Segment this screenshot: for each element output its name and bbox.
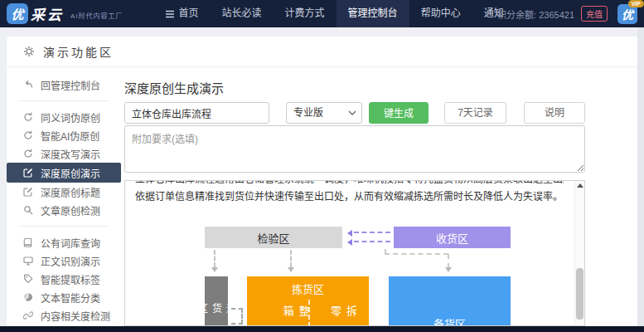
history-button[interactable]: 7天记录 bbox=[444, 102, 506, 124]
sidebar-item-label: 文章原创检测 bbox=[41, 203, 100, 217]
sidebar-item-label: 深度原创标题 bbox=[41, 185, 100, 199]
dashed-connector bbox=[448, 254, 449, 268]
tag-icon bbox=[23, 274, 33, 284]
nav-item-admin-console[interactable]: 管理控制台 bbox=[337, 0, 409, 27]
nav-right-cluster: 积分余额: 2365421 充值 优 VIP bbox=[497, 0, 637, 27]
picking-split-label: 拆零 bbox=[327, 305, 359, 326]
sidebar-item-label: 同义词伪原创 bbox=[41, 110, 100, 124]
nav-item-label: 计费方式 bbox=[285, 0, 325, 27]
down-arrow-icon bbox=[288, 267, 294, 272]
sidebar-item-ai-rewrite[interactable]: 智能AI伪原创 bbox=[7, 126, 121, 144]
stock-zone-label: 备货区 bbox=[389, 315, 511, 326]
sidebar-item-label: 公有词库查询 bbox=[41, 236, 100, 250]
requirements-textarea[interactable] bbox=[124, 125, 585, 173]
recharge-button[interactable]: 充值 bbox=[581, 6, 608, 22]
dashed-connector bbox=[385, 253, 448, 255]
content-card: 演示功能区 回管理控制台 同义词伪原创 智能AI伪原创 深度改写演示 深度原创演… bbox=[7, 37, 637, 326]
diagram-receiving-zone: 收货区 bbox=[394, 227, 511, 248]
refresh-icon bbox=[23, 149, 33, 159]
nav-item-label: 管理控制台 bbox=[348, 0, 398, 27]
footer-bar bbox=[0, 326, 644, 332]
nav-menu: 首页 站长必读 计费方式 管理控制台 帮助中心 通知 bbox=[153, 0, 516, 27]
sidebar-item-label: 回管理控制台 bbox=[41, 78, 100, 92]
diagram-inspection-zone: 检验区 bbox=[205, 227, 342, 248]
logo-text: 采云 bbox=[31, 3, 64, 24]
output-scrollbar[interactable] bbox=[574, 181, 584, 325]
refresh-icon bbox=[23, 112, 33, 122]
edit-icon bbox=[23, 187, 33, 197]
version-select-wrap: 专业版 bbox=[286, 102, 362, 124]
panel-header: 演示功能区 bbox=[7, 37, 637, 67]
page-scrollbar[interactable] bbox=[637, 27, 644, 326]
nav-item-home[interactable]: 首页 bbox=[153, 0, 211, 27]
output-line: 依据订单信息精准找到货位并快速传输至出口处，从而有效缩减拣选所需时长及降低人为失… bbox=[135, 190, 564, 204]
logo[interactable]: 优 采云 AI时代内容工厂 bbox=[7, 3, 123, 24]
pie-chart-icon bbox=[23, 292, 33, 302]
back-arrow-icon bbox=[23, 80, 33, 90]
nav-item-webmaster-guide[interactable]: 站长必读 bbox=[211, 0, 274, 27]
link-icon bbox=[23, 310, 33, 320]
nav-item-label: 站长必读 bbox=[222, 0, 262, 27]
top-navbar: 优 采云 AI时代内容工厂 首页 站长必读 计费方式 管理控制台 帮助中心 通知… bbox=[0, 0, 644, 27]
left-dashed-arrow bbox=[347, 239, 390, 246]
help-button[interactable]: 说明 bbox=[524, 102, 585, 124]
main-content: 深度原创生成演示 专业版 键生成 7天记录 说明 立体仓库出库流程通常由仓储管理… bbox=[124, 67, 585, 326]
keyword-input[interactable] bbox=[124, 102, 269, 124]
down-dashed-line bbox=[214, 250, 215, 267]
points-balance: 积分余额: 2365421 bbox=[497, 7, 574, 21]
sidebar-item-tag-extraction[interactable]: 智能提取标签 bbox=[7, 270, 121, 288]
sidebar-divider bbox=[18, 100, 109, 101]
sidebar-item-label: 正文识别演示 bbox=[41, 254, 100, 268]
output-text: 立体仓库出库流程通常由仓储管理系统统一调度，堆垛机按指令将托盘货物从高层货架取出… bbox=[125, 181, 574, 204]
logo-icon: 优 bbox=[7, 3, 28, 24]
logo-tagline: AI时代内容工厂 bbox=[70, 11, 123, 20]
search-icon bbox=[23, 205, 33, 215]
sidebar: 回管理控制台 同义词伪原创 智能AI伪原创 深度改写演示 深度原创演示 深度原创… bbox=[7, 67, 121, 326]
book-icon bbox=[23, 237, 33, 247]
sidebar-item-deep-original-title[interactable]: 深度原创标题 bbox=[7, 183, 121, 201]
monitor-icon bbox=[23, 256, 33, 266]
dashed-connector bbox=[231, 308, 243, 325]
diagram-picking-zone: 拣货区 整箱 拆零 bbox=[247, 276, 369, 326]
panel-title: 演示功能区 bbox=[43, 43, 114, 60]
sidebar-divider bbox=[18, 226, 109, 227]
down-dashed-line bbox=[290, 250, 292, 267]
version-select[interactable]: 专业版 bbox=[286, 102, 362, 124]
sidebar-item-deep-rewrite-demo[interactable]: 深度改写演示 bbox=[7, 144, 121, 163]
diagram-stock-zone: 备货区 bbox=[389, 276, 511, 326]
gear-icon bbox=[23, 46, 35, 57]
sidebar-item-back-to-console[interactable]: 回管理控制台 bbox=[7, 76, 121, 94]
nav-item-help-center[interactable]: 帮助中心 bbox=[409, 0, 472, 27]
output-line-clipped: 立体仓库出库流程通常由仓储管理系统统一调度，堆垛机按指令将托盘货物从高层货架取出… bbox=[135, 181, 564, 188]
sidebar-item-label: 内容相关度检测 bbox=[41, 309, 110, 323]
diagram-return-zone: 退货区 bbox=[205, 276, 228, 326]
page-title: 深度原创生成演示 bbox=[124, 79, 224, 96]
picking-full-case-label: 整箱 bbox=[280, 305, 312, 326]
sidebar-item-originality-check[interactable]: 文章原创检测 bbox=[7, 201, 121, 219]
menu-icon bbox=[165, 9, 175, 19]
nav-item-label: 首页 bbox=[179, 0, 199, 27]
nav-item-pricing[interactable]: 计费方式 bbox=[274, 0, 337, 27]
scroll-up-arrow-icon[interactable] bbox=[577, 183, 583, 188]
sidebar-item-label: 智能提取标签 bbox=[41, 272, 100, 286]
picking-zone-label: 拣货区 bbox=[247, 281, 369, 296]
sidebar-item-deep-original-demo[interactable]: 深度原创演示 bbox=[7, 163, 121, 183]
generate-button[interactable]: 键生成 bbox=[369, 102, 429, 124]
sidebar-item-synonym-rewrite[interactable]: 同义词伪原创 bbox=[7, 108, 121, 126]
sidebar-item-label: 智能AI伪原创 bbox=[41, 129, 99, 143]
generated-output-box: 立体仓库出库流程通常由仓储管理系统统一调度，堆垛机按指令将托盘货物从高层货架取出… bbox=[124, 180, 585, 326]
avatar-wrap: 优 VIP bbox=[617, 4, 637, 24]
refresh-icon bbox=[23, 130, 33, 140]
sidebar-item-body-recognition[interactable]: 正文识别演示 bbox=[7, 251, 121, 270]
down-arrow-icon bbox=[445, 267, 452, 272]
scrollbar-thumb[interactable] bbox=[576, 268, 583, 320]
sidebar-item-text-classification[interactable]: 文本智能分类 bbox=[7, 288, 121, 306]
sidebar-item-public-lexicon[interactable]: 公有词库查询 bbox=[7, 233, 121, 251]
nav-item-label: 帮助中心 bbox=[421, 0, 461, 27]
sidebar-item-label: 文本智能分类 bbox=[41, 290, 100, 305]
edit-icon bbox=[23, 168, 33, 178]
vip-badge: VIP bbox=[628, 0, 644, 7]
sidebar-item-label: 深度原创演示 bbox=[41, 166, 100, 180]
sidebar-item-relevance-check[interactable]: 内容相关度检测 bbox=[7, 306, 121, 325]
down-arrow-icon bbox=[211, 267, 218, 272]
